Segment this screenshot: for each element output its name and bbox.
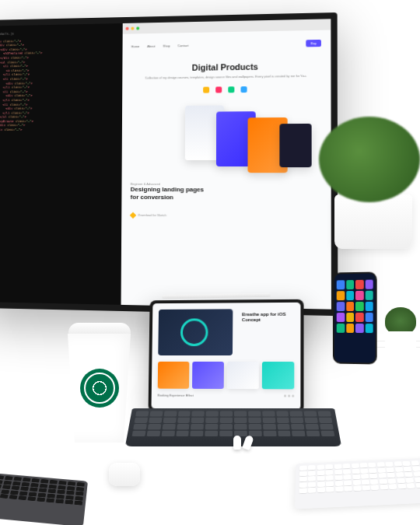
keyboard-key[interactable]: [11, 485, 19, 490]
keyboard-key[interactable]: [220, 411, 233, 416]
keyboard-key[interactable]: [76, 482, 85, 487]
keyboard-key[interactable]: [404, 472, 413, 478]
keyboard-key[interactable]: [19, 491, 28, 495]
keyboard-key[interactable]: [317, 476, 325, 481]
code-line[interactable]: </div class="…">: [0, 127, 117, 131]
keyboard-key[interactable]: [3, 481, 12, 485]
keyboard-key[interactable]: [387, 473, 396, 478]
iphone-homescreen[interactable]: [334, 273, 376, 362]
keyboard-key[interactable]: [234, 424, 247, 429]
ipad-screen[interactable]: Breathe app for iOS Concept Booking Expe…: [152, 303, 301, 410]
keyboard-key[interactable]: [343, 474, 351, 480]
keyboard-key[interactable]: [263, 431, 276, 437]
keyboard-key[interactable]: [291, 424, 304, 429]
keyboard-key[interactable]: [299, 488, 307, 493]
keyboard-key[interactable]: [325, 464, 333, 469]
keyboard-key[interactable]: [334, 475, 342, 481]
keyboard-key[interactable]: [352, 468, 359, 474]
keyboard-key[interactable]: [343, 469, 351, 474]
keyboard-key[interactable]: [299, 482, 307, 488]
keyboard-key[interactable]: [75, 495, 83, 500]
keyboard-key[interactable]: [146, 431, 160, 437]
app-icon[interactable]: [337, 280, 345, 289]
keyboard-key[interactable]: [46, 498, 54, 502]
keyboard-key[interactable]: [371, 485, 380, 490]
keyboard-key[interactable]: [308, 488, 316, 493]
app-icon[interactable]: [365, 280, 373, 289]
keyboard-key[interactable]: [65, 495, 74, 499]
keyboard-key[interactable]: [362, 479, 370, 485]
nav-link[interactable]: Shop: [163, 44, 170, 47]
keyboard-key[interactable]: [0, 475, 5, 480]
keyboard-key[interactable]: [31, 478, 40, 483]
keyboard-key[interactable]: [206, 411, 219, 416]
keyboard-key[interactable]: [135, 418, 148, 423]
keyboard-key[interactable]: [352, 480, 361, 485]
keyboard-key[interactable]: [415, 483, 420, 488]
keyboard-key[interactable]: [149, 418, 162, 423]
keyboard-key[interactable]: [177, 418, 191, 423]
keyboard-key[interactable]: [191, 431, 204, 437]
keyboard-key[interactable]: [317, 487, 325, 492]
app-icon[interactable]: [337, 302, 345, 311]
keyboard-key[interactable]: [352, 464, 359, 468]
nav-link[interactable]: Contact: [177, 44, 188, 47]
keyboard-key[interactable]: [176, 431, 189, 437]
keyboard-key[interactable]: [205, 424, 219, 429]
ipad[interactable]: Breathe app for iOS Concept Booking Expe…: [149, 299, 304, 413]
keyboard-key[interactable]: [320, 424, 334, 429]
keyboard-key[interactable]: [161, 431, 174, 437]
app-icon[interactable]: [346, 291, 354, 300]
keyboard-key[interactable]: [263, 424, 276, 429]
keyboard-key[interactable]: [74, 501, 82, 506]
app-icon[interactable]: [337, 291, 345, 300]
keyboard-key[interactable]: [305, 418, 318, 423]
keyboard-key[interactable]: [308, 476, 316, 481]
app-icon[interactable]: [346, 280, 354, 289]
keyboard-key[interactable]: [65, 499, 73, 504]
keyboard-key[interactable]: [386, 467, 394, 473]
keyboard-key[interactable]: [397, 478, 405, 483]
keyboard-key[interactable]: [377, 467, 386, 473]
keyboard-key[interactable]: [290, 411, 303, 416]
keyboard-key[interactable]: [376, 462, 384, 467]
keyboard-key[interactable]: [219, 424, 232, 429]
keyboard-key[interactable]: [9, 495, 18, 499]
keyboard-key[interactable]: [304, 411, 317, 416]
keyboard-key[interactable]: [414, 477, 420, 482]
editor-tab[interactable]: products.js: [0, 30, 117, 37]
keyboard-key[interactable]: [58, 481, 67, 485]
window-maximize-icon[interactable]: [136, 26, 139, 30]
keyboard-key[interactable]: [58, 485, 66, 490]
keyboard-key[interactable]: [205, 418, 218, 423]
keyboard-key[interactable]: [335, 486, 343, 492]
keyboard-key[interactable]: [135, 411, 149, 416]
app-icon[interactable]: [355, 313, 363, 322]
keyboard-key[interactable]: [262, 411, 275, 416]
keyboard-key[interactable]: [219, 431, 233, 437]
keyboard-key[interactable]: [276, 418, 289, 423]
app-icon[interactable]: [365, 313, 373, 322]
keyboard-key[interactable]: [47, 488, 56, 493]
keyboard-key[interactable]: [37, 492, 46, 497]
keyboard-key[interactable]: [248, 418, 261, 423]
keyboard-key[interactable]: [48, 485, 57, 489]
keyboard-key[interactable]: [326, 470, 334, 475]
keyboard-key[interactable]: [326, 481, 334, 486]
keyboard-key[interactable]: [343, 464, 351, 468]
keyboard-key[interactable]: [385, 462, 394, 467]
keyboard-key[interactable]: [192, 411, 205, 416]
keyboard-key[interactable]: [360, 463, 368, 467]
app-icon[interactable]: [365, 324, 373, 333]
magic-keyboard[interactable]: [295, 458, 420, 509]
keyboard-key[interactable]: [317, 470, 324, 475]
keyboard-key[interactable]: [38, 488, 47, 492]
keyboard-key[interactable]: [40, 479, 49, 484]
keyboard-key[interactable]: [234, 411, 247, 416]
keyboard-key[interactable]: [308, 471, 316, 476]
keyboard-key[interactable]: [334, 469, 342, 474]
window-minimize-icon[interactable]: [131, 27, 134, 30]
keyboard-key[interactable]: [369, 468, 376, 474]
keyboard-key[interactable]: [66, 490, 75, 495]
keyboard-key[interactable]: [306, 424, 319, 429]
